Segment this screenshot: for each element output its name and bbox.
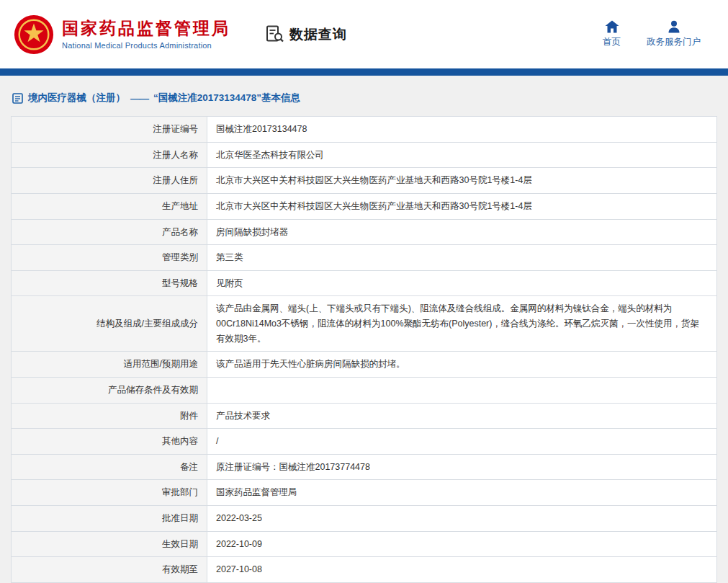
row-label: 生效日期 (12, 531, 207, 557)
table-row: 审批部门 国家药品监督管理局 (12, 480, 717, 506)
row-value: / (207, 429, 717, 455)
row-label: 备注 (12, 454, 207, 480)
row-value: 产品技术要求 (207, 403, 717, 429)
table-row: 批准日期 2022-03-25 (12, 506, 717, 532)
row-value: 国家药品监督管理局 (207, 480, 717, 506)
row-label: 批准日期 (12, 506, 207, 532)
table-row: 有效期至 2027-10-08 (12, 557, 717, 583)
row-label: 附件 (12, 403, 207, 429)
row-label: 产品名称 (12, 219, 207, 245)
table-row: 备注 原注册证编号：国械注准20173774478 (12, 454, 717, 480)
row-value: 该产品适用于先天性心脏病房间隔缺损的封堵。 (207, 352, 717, 378)
table-row: 型号规格 见附页 (12, 270, 717, 296)
header-accent-bar (0, 68, 728, 76)
table-row: 结构及组成/主要组成成分 该产品由金属网、端头(上、下端头或只有下端头)、阻流体… (12, 296, 717, 352)
row-label: 型号规格 (12, 270, 207, 296)
nav-portal-label: 政务服务门户 (647, 36, 701, 48)
breadcrumb: 境内医疗器械（注册） —— “国械注准20173134478”基本信息 (12, 92, 717, 104)
row-value: 2027-10-08 (207, 557, 717, 583)
table-row: 适用范围/预期用途 该产品适用于先天性心脏病房间隔缺损的封堵。 (12, 352, 717, 378)
document-icon (12, 93, 23, 104)
row-label: 结构及组成/主要组成成分 (12, 296, 207, 352)
row-label: 管理类别 (12, 245, 207, 271)
logo-text: 国家药品监督管理局 National Medical Products Admi… (62, 19, 230, 50)
nav-portal[interactable]: 政务服务门户 (647, 20, 701, 48)
header: 国家药品监督管理局 National Medical Products Admi… (0, 0, 728, 68)
row-label: 其他内容 (12, 429, 207, 455)
row-value: 2022-10-09 (207, 531, 717, 557)
header-nav: 首页 政务服务门户 (603, 20, 721, 48)
breadcrumb-category[interactable]: 境内医疗器械（注册） (28, 92, 125, 104)
table-row: 产品名称 房间隔缺损封堵器 (12, 219, 717, 245)
row-label: 有效期至 (12, 557, 207, 583)
data-search-icon (265, 25, 284, 44)
breadcrumb-separator: —— (130, 93, 148, 104)
table-row: 生效日期 2022-10-09 (12, 531, 717, 557)
table-row: 生产地址 北京市大兴区中关村科技园区大兴生物医药产业基地天和西路30号院1号楼1… (12, 193, 717, 219)
row-value: 国械注准20173134478 (207, 117, 717, 143)
row-label: 注册证编号 (12, 117, 207, 143)
row-value: 2022-03-25 (207, 506, 717, 532)
table-row: 注册人住所 北京市大兴区中关村科技园区大兴生物医药产业基地天和西路30号院1号楼… (12, 168, 717, 194)
registration-info-table: 注册证编号 国械注准20173134478 注册人名称 北京华医圣杰科技有限公司… (11, 116, 717, 583)
person-icon (668, 20, 680, 33)
home-icon (605, 20, 619, 33)
nav-home[interactable]: 首页 (603, 20, 621, 48)
table-row: 注册证编号 国械注准20173134478 (12, 117, 717, 143)
row-value: 房间隔缺损封堵器 (207, 219, 717, 245)
table-row: 注册人名称 北京华医圣杰科技有限公司 (12, 142, 717, 168)
row-value: 该产品由金属网、端头(上、下端头或只有下端头)、阻流体及缝合线组成。金属网的材料… (207, 296, 717, 352)
row-value: 原注册证编号：国械注准20173774478 (207, 454, 717, 480)
page-title: “国械注准20173134478”基本信息 (153, 92, 300, 104)
row-value (207, 377, 717, 403)
row-label: 注册人住所 (12, 168, 207, 194)
section-title: 数据查询 (289, 25, 347, 44)
nav-home-label: 首页 (603, 36, 621, 48)
site-subtitle: National Medical Products Administration (62, 41, 230, 50)
row-label: 适用范围/预期用途 (12, 352, 207, 378)
logo: 国家药品监督管理局 National Medical Products Admi… (7, 14, 230, 55)
nmpa-emblem-icon (13, 14, 55, 55)
row-label: 注册人名称 (12, 142, 207, 168)
table-row: 产品储存条件及有效期 (12, 377, 717, 403)
row-value: 北京华医圣杰科技有限公司 (207, 142, 717, 168)
main-content: 境内医疗器械（注册） —— “国械注准20173134478”基本信息 注册证编… (0, 76, 728, 583)
row-label: 生产地址 (12, 193, 207, 219)
row-value: 见附页 (207, 270, 717, 296)
table-row: 附件 产品技术要求 (12, 403, 717, 429)
site-title: 国家药品监督管理局 (62, 19, 230, 39)
table-row: 管理类别 第三类 (12, 245, 717, 271)
table-row: 其他内容 / (12, 429, 717, 455)
row-value: 第三类 (207, 245, 717, 271)
row-value: 北京市大兴区中关村科技园区大兴生物医药产业基地天和西路30号院1号楼1-4层 (207, 168, 717, 194)
section-header: 数据查询 (265, 25, 347, 44)
row-label: 审批部门 (12, 480, 207, 506)
row-label: 产品储存条件及有效期 (12, 377, 207, 403)
row-value: 北京市大兴区中关村科技园区大兴生物医药产业基地天和西路30号院1号楼1-4层 (207, 193, 717, 219)
